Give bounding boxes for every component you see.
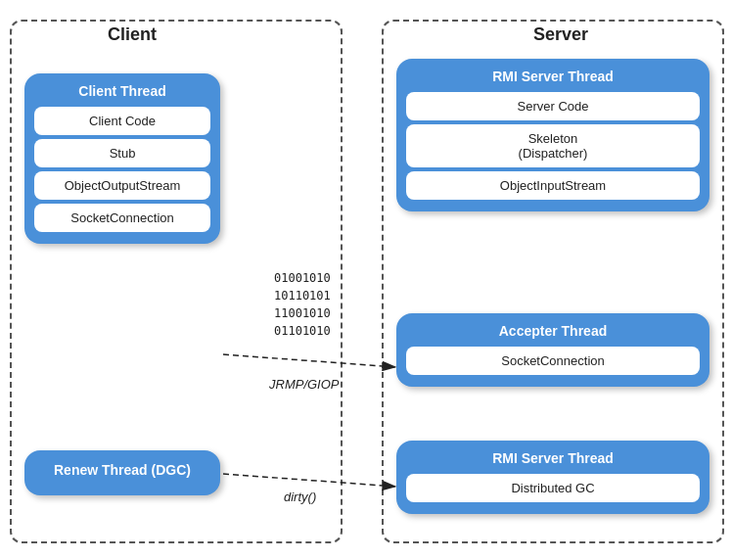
socketconnection-client-box: SocketConnection	[34, 204, 210, 232]
dirty-label: dirty()	[284, 490, 316, 504]
objectinputstream-box: ObjectInputStream	[406, 171, 700, 200]
client-thread-label: Client Thread	[32, 81, 212, 101]
accepter-thread-box: Accepter Thread SocketConnection	[396, 313, 709, 387]
socketconnection-server-box: SocketConnection	[406, 347, 700, 375]
jrmp-label: JRMP/GIOP	[269, 377, 340, 392]
renew-thread-box: Renew Thread (DGC)	[24, 450, 220, 495]
rmi-server-thread-bottom-box: RMI Server Thread Distributed GC	[396, 441, 709, 514]
rmi-server-thread-top-label: RMI Server Thread	[404, 67, 702, 86]
stub-box: Stub	[34, 139, 210, 167]
diagram-container: Client Server Client Thread Client Code …	[0, 0, 732, 560]
rmi-server-thread-top-box: RMI Server Thread Server Code Skeleton(D…	[396, 59, 709, 211]
accepter-thread-label: Accepter Thread	[404, 321, 702, 341]
distributed-gc-box: Distributed GC	[406, 474, 700, 502]
skeleton-box: Skeleton(Dispatcher)	[406, 124, 700, 167]
client-code-box: Client Code	[34, 107, 210, 135]
renew-thread-label: Renew Thread (DGC)	[32, 460, 212, 480]
server-code-box: Server Code	[406, 92, 700, 120]
binary-data: 01001010 10110101 11001010 01101010	[274, 269, 331, 340]
client-region-label: Client	[108, 24, 157, 45]
server-region-label: Server	[533, 24, 588, 45]
client-thread-box: Client Thread Client Code Stub ObjectOut…	[24, 73, 220, 244]
rmi-server-thread-bottom-label: RMI Server Thread	[404, 448, 702, 468]
objectoutputstream-box: ObjectOutputStream	[34, 171, 210, 200]
